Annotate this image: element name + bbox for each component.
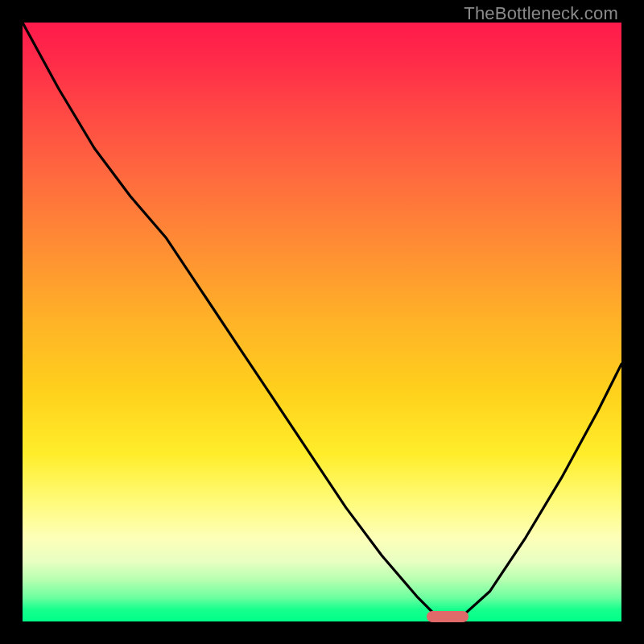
chart-frame [23,23,621,621]
chart-curve-svg [23,23,621,621]
watermark-text: TheBottleneck.com [464,3,618,24]
bottleneck-curve [23,23,621,618]
optimal-point-marker [427,611,469,622]
